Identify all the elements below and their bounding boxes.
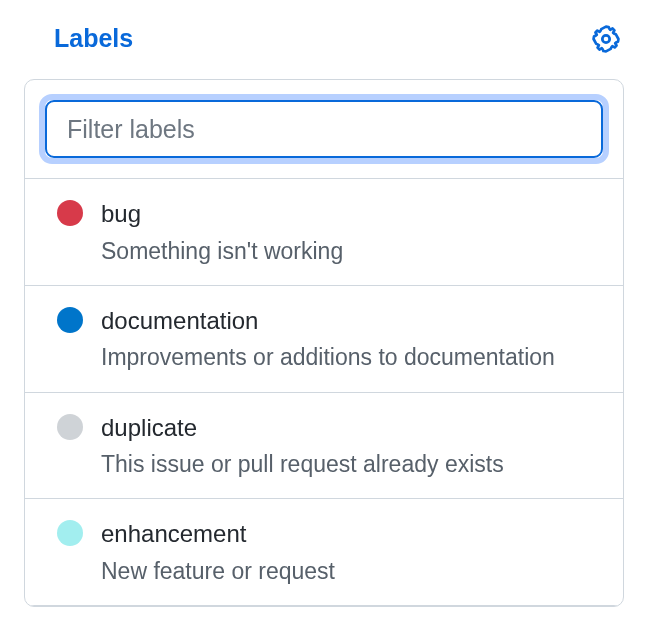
label-name: enhancement — [101, 517, 335, 551]
label-description: New feature or request — [101, 555, 335, 587]
label-name: documentation — [101, 304, 555, 338]
labels-panel: bugSomething isn't workingdocumentationI… — [24, 79, 624, 607]
label-color-swatch — [57, 200, 83, 226]
filter-focus-ring — [39, 94, 609, 164]
label-description: Improvements or additions to documentati… — [101, 341, 555, 373]
filter-container — [25, 80, 623, 178]
label-text: bugSomething isn't working — [101, 197, 343, 267]
label-name: duplicate — [101, 411, 504, 445]
gear-icon — [592, 25, 620, 53]
label-color-swatch — [57, 520, 83, 546]
label-item-documentation[interactable]: documentationImprovements or additions t… — [25, 286, 623, 393]
label-item-bug[interactable]: bugSomething isn't working — [25, 179, 623, 286]
settings-button[interactable] — [588, 21, 624, 57]
label-description: Something isn't working — [101, 235, 343, 267]
label-item-duplicate[interactable]: duplicateThis issue or pull request alre… — [25, 393, 623, 500]
label-text: enhancementNew feature or request — [101, 517, 335, 587]
filter-labels-input[interactable] — [45, 100, 603, 158]
label-name: bug — [101, 197, 343, 231]
panel-header: Labels — [0, 0, 648, 65]
label-text: documentationImprovements or additions t… — [101, 304, 555, 374]
panel-title[interactable]: Labels — [18, 18, 169, 59]
label-description: This issue or pull request already exist… — [101, 448, 504, 480]
svg-point-0 — [602, 35, 609, 42]
label-color-swatch — [57, 414, 83, 440]
labels-list: bugSomething isn't workingdocumentationI… — [25, 178, 623, 606]
label-item-enhancement[interactable]: enhancementNew feature or request — [25, 499, 623, 606]
label-text: duplicateThis issue or pull request alre… — [101, 411, 504, 481]
label-color-swatch — [57, 307, 83, 333]
